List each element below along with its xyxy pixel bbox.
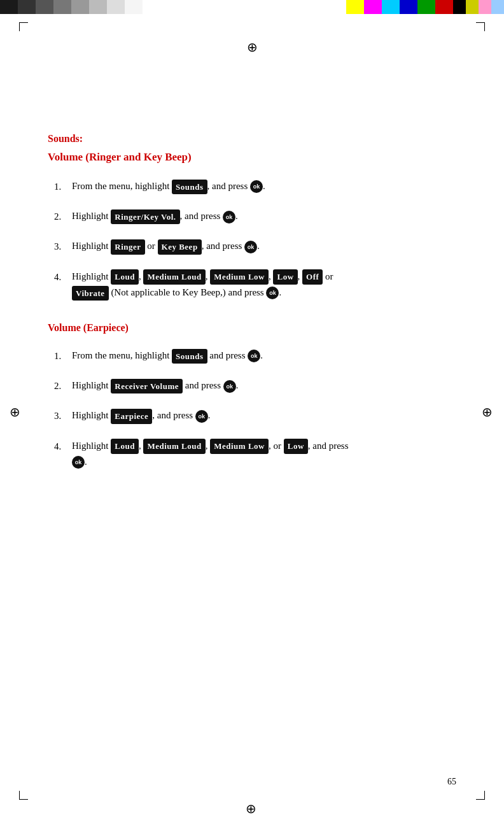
sec2-step-2-text: Highlight Receiver Volume and press ok.	[72, 378, 456, 393]
step-3-after: .	[257, 241, 260, 251]
step-4-comma2: ,	[206, 271, 211, 281]
sec2-step-4-mid: , and press	[308, 441, 349, 451]
bar-black	[453, 0, 466, 14]
step-2-ok: ok	[223, 211, 235, 223]
crosshair-icon	[246, 39, 258, 52]
step-3-ok: ok	[244, 241, 257, 253]
sec2-step-2-highlight: Highlight	[72, 380, 111, 390]
step-4-comma3: ,	[269, 271, 274, 281]
sec2-step-2-after: .	[236, 380, 239, 390]
step-4-menu1: Loud	[111, 269, 139, 284]
right-crosshair-icon	[482, 404, 494, 416]
sec2-step-4-menu3: Medium Low	[210, 439, 269, 453]
bar-blue	[400, 0, 417, 14]
step-4-highlight: Highlight	[72, 271, 111, 281]
bar-7	[107, 0, 125, 14]
section-title: Sounds:	[48, 131, 456, 147]
step-4-menu3: Medium Low	[210, 269, 269, 284]
sec2-step-2-mid: and press	[183, 380, 223, 390]
sec2-step-1-text: From the menu, highlight Sounds and pres…	[72, 348, 456, 364]
step-3-highlight: Highlight	[72, 241, 111, 251]
step-2-menu1: Ringer/Key Vol.	[111, 209, 179, 224]
sec2-step-1-menu1: Sounds	[172, 349, 207, 364]
step-4-after: .	[279, 287, 281, 297]
sec2-step-4-menu1: Loud	[111, 439, 139, 453]
sec2-step-3-menu1: Earpiece	[111, 409, 152, 423]
bar-magenta	[364, 0, 382, 14]
step-4-menu4: Low	[273, 269, 297, 284]
step-3-menu2: Key Beep	[158, 239, 202, 254]
sec2-step-1: From the menu, highlight Sounds and pres…	[48, 348, 456, 364]
step-2-mid: , and press	[180, 211, 223, 221]
sec2-step-3-text: Highlight Earpiece, and press ok.	[72, 407, 456, 423]
step-4-menu5: Off	[302, 269, 323, 284]
corner-bottom-left	[19, 791, 28, 800]
corner-bottom-right	[476, 791, 485, 800]
step-1-menu1: Sounds	[172, 180, 207, 194]
bottom-crosshair-icon	[246, 801, 258, 814]
step-3-text: Highlight Ringer or Key Beep, and press …	[72, 238, 456, 254]
bar-cyan	[382, 0, 400, 14]
step-4-comma4: ,	[298, 271, 303, 281]
sec2-step-4-comma2: ,	[206, 441, 211, 451]
sec2-step-1-ok: ok	[248, 350, 260, 362]
step-4-comma1: ,	[139, 271, 144, 281]
step-2-text: Highlight Ringer/Key Vol., and press ok.	[72, 208, 456, 224]
corner-top-left	[19, 22, 28, 31]
corner-top-right	[476, 22, 485, 31]
sec2-step-1-after: .	[260, 350, 263, 360]
bar-lightblue	[491, 0, 504, 14]
right-registration-mark	[482, 404, 494, 418]
sec2-step-4-menu4: Low	[284, 439, 308, 453]
sec2-step-2: Highlight Receiver Volume and press ok.	[48, 378, 456, 393]
step-3-mid: , and press	[202, 241, 245, 251]
bar-3	[36, 0, 53, 14]
section2-steps: From the menu, highlight Sounds and pres…	[48, 348, 456, 470]
sec2-step-3-after: .	[208, 410, 211, 420]
step-3-or: or	[145, 241, 158, 251]
section-heading: Volume (Ringer and Key Beep)	[48, 148, 456, 166]
bar-4	[53, 0, 71, 14]
sec2-step-4-text: Highlight Loud, Medium Loud, Medium Low,…	[72, 438, 456, 470]
step-4-menu2: Medium Loud	[143, 269, 205, 284]
step-3-menu1: Ringer	[111, 239, 144, 254]
step-1-before: From the menu, highlight	[72, 181, 172, 191]
step-4: Highlight Loud, Medium Loud, Medium Low,…	[48, 269, 456, 301]
bar-green	[417, 0, 435, 14]
top-registration-mark	[0, 39, 504, 54]
sec2-step-3-highlight: Highlight	[72, 410, 111, 420]
sec2-step-1-mid: and press	[207, 350, 248, 360]
bar-6	[89, 0, 107, 14]
step-1-mid: , and press	[207, 181, 251, 191]
bottom-registration-mark	[246, 801, 258, 816]
section1-steps: From the menu, highlight Sounds, and pre…	[48, 178, 456, 301]
step-1-ok: ok	[250, 180, 263, 193]
color-bars	[346, 0, 504, 14]
bar-yellow	[346, 0, 364, 14]
bar-1	[0, 0, 18, 14]
bar-2	[18, 0, 36, 14]
left-crosshair-icon	[10, 404, 22, 416]
step-4-text: Highlight Loud, Medium Loud, Medium Low,…	[72, 269, 456, 301]
bar-red	[435, 0, 453, 14]
sec2-step-2-ok: ok	[223, 380, 236, 393]
grayscale-bars	[0, 0, 242, 14]
sec2-step-3: Highlight Earpiece, and press ok.	[48, 407, 456, 423]
subsection-heading: Volume (Earpiece)	[48, 320, 456, 336]
step-2: Highlight Ringer/Key Vol., and press ok.	[48, 208, 456, 224]
sec2-step-1-before: From the menu, highlight	[72, 350, 172, 360]
bar-8	[125, 0, 143, 14]
page-number: 65	[447, 777, 456, 787]
sec2-step-4-ok: ok	[72, 456, 85, 469]
sec2-step-3-mid: , and press	[152, 410, 195, 420]
sec2-step-3-ok: ok	[195, 410, 208, 423]
step-3: Highlight Ringer or Key Beep, and press …	[48, 238, 456, 254]
left-registration-mark	[10, 404, 22, 418]
sec2-step-4-after: .	[85, 457, 87, 467]
step-4-mid: (Not applicable to Key Beep,) and press	[109, 287, 267, 297]
step-4-menu6: Vibrate	[72, 286, 109, 301]
sec2-step-4-comma1: ,	[139, 441, 144, 451]
sec2-step-4-menu2: Medium Loud	[143, 439, 205, 453]
step-2-after: .	[235, 211, 238, 221]
bar-5	[71, 0, 89, 14]
